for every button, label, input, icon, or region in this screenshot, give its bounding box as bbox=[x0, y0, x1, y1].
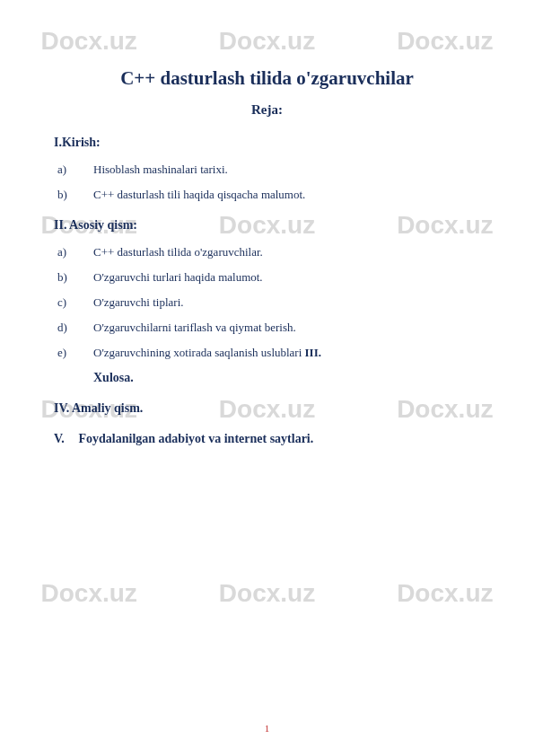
list-text: C++ dasturlash tilida o'zgaruvchilar. bbox=[93, 245, 480, 259]
xulosa-heading: Xulosa. bbox=[93, 371, 480, 385]
list-marker: a) bbox=[57, 163, 93, 177]
list-item: a) C++ dasturlash tilida o'zgaruvchilar. bbox=[54, 245, 480, 259]
document-subtitle: Reja: bbox=[54, 102, 480, 118]
list-marker: d) bbox=[57, 321, 93, 335]
list-text: O'zgaruvchining xotirada saqlanish uslub… bbox=[93, 346, 480, 360]
list-marker: e) bbox=[57, 346, 93, 360]
list-item: b) O'zgaruvchi turlari haqida malumot. bbox=[54, 270, 480, 285]
watermark-row: Docx.uz Docx.uz Docx.uz bbox=[0, 579, 534, 608]
list-text-suffix: III. bbox=[305, 346, 321, 359]
section-5-marker: V. bbox=[54, 432, 75, 446]
list-text: O'zgaruvchilarni tariflash va qiymat ber… bbox=[93, 321, 480, 335]
watermark-text: Docx.uz bbox=[397, 579, 493, 608]
list-text: O'zgaruvchi turlari haqida malumot. bbox=[93, 270, 480, 285]
list-item: b) C++ dasturlash tili haqida qisqacha m… bbox=[54, 188, 480, 202]
list-marker: b) bbox=[57, 270, 93, 285]
section-5-text: Foydalanilgan adabiyot va internet saytl… bbox=[79, 432, 314, 445]
list-item: d) O'zgaruvchilarni tariflash va qiymat … bbox=[54, 321, 480, 335]
list-item: a) Hisoblash mashinalari tarixi. bbox=[54, 163, 480, 177]
list-marker: c) bbox=[57, 295, 93, 310]
list-text: O'zgaruvchi tiplari. bbox=[93, 295, 480, 310]
list-marker: a) bbox=[57, 245, 93, 259]
list-text: C++ dasturlash tili haqida qisqacha malu… bbox=[93, 188, 480, 202]
document-content: C++ dasturlash tilida o'zgaruvchilar Rej… bbox=[0, 0, 534, 446]
list-text-main: O'zgaruvchining xotirada saqlanish uslub… bbox=[93, 346, 305, 359]
page-number: 1 bbox=[0, 723, 534, 734]
watermark-text: Docx.uz bbox=[40, 579, 136, 608]
list-marker: b) bbox=[57, 188, 93, 202]
list-item: e) O'zgaruvchining xotirada saqlanish us… bbox=[54, 346, 480, 360]
section-2-heading: II. Asosiy qism: bbox=[54, 218, 480, 233]
section-4-heading: IV. Amaliy qism. bbox=[54, 401, 480, 416]
list-item: c) O'zgaruvchi tiplari. bbox=[54, 295, 480, 310]
section-1-heading: I.Kirish: bbox=[54, 136, 480, 150]
document-title: C++ dasturlash tilida o'zgaruvchilar bbox=[54, 67, 480, 90]
list-text: Hisoblash mashinalari tarixi. bbox=[93, 163, 480, 177]
watermark-text: Docx.uz bbox=[219, 579, 315, 608]
section-5-heading: V. Foydalanilgan adabiyot va internet sa… bbox=[54, 432, 480, 446]
